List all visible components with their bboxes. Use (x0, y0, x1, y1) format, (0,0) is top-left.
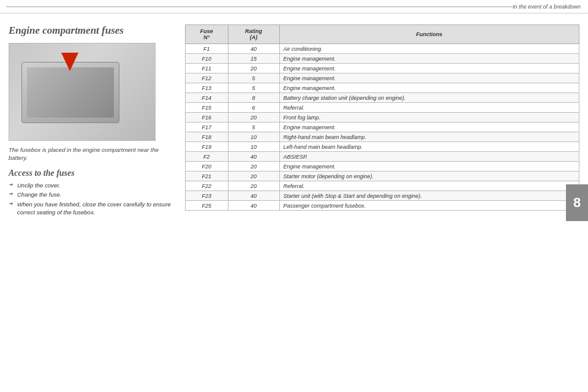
fuse-number-cell: F18 (186, 132, 228, 142)
fuse-number-cell: F14 (186, 93, 228, 103)
bullet-item: Unclip the cover. (9, 182, 174, 190)
function-cell: Air conditioning. (279, 44, 579, 54)
function-cell: Engine management. (279, 54, 579, 64)
top-bar-line (6, 6, 513, 7)
function-cell: ABSIESP. (279, 152, 579, 162)
rating-cell: 40 (228, 191, 279, 201)
fuse-table: FuseN° Rating(A) Functions F140Air condi… (185, 24, 579, 211)
rating-cell: 10 (228, 132, 279, 142)
bullet-item: Change the fuse. (9, 191, 174, 199)
table-row: F1015Engine management. (186, 54, 579, 64)
table-row: F2340Starter unit (with Stop & Start and… (186, 191, 579, 201)
fuse-table-container: FuseN° Rating(A) Functions F140Air condi… (185, 24, 579, 386)
main-content: Engine compartment fuses The fusebox is … (0, 13, 588, 392)
fuse-number-cell: F10 (186, 54, 228, 64)
table-row: F148Battery charge station unit (dependi… (186, 93, 579, 103)
function-cell: Engine management. (279, 83, 579, 93)
function-cell: Engine management. (279, 123, 579, 132)
fuse-image (9, 43, 156, 141)
table-row: F125Engine management. (186, 74, 579, 83)
left-column: Engine compartment fuses The fusebox is … (9, 24, 174, 386)
col-functions: Functions (279, 25, 579, 44)
rating-cell: 6 (228, 103, 279, 113)
table-row: F140Air conditioning. (186, 44, 579, 54)
fuse-number-cell: F21 (186, 172, 228, 181)
table-row: F1810Right-hand main beam headlamp. (186, 132, 579, 142)
rating-cell: 40 (228, 44, 279, 54)
rating-cell: 40 (228, 152, 279, 162)
function-cell: Referral. (279, 181, 579, 191)
function-cell: Right-hand main beam headlamp. (279, 132, 579, 142)
fuse-number-cell: F16 (186, 113, 228, 123)
table-header-row: FuseN° Rating(A) Functions (186, 25, 579, 44)
fuse-cover (21, 62, 119, 123)
fuse-number-cell: F17 (186, 123, 228, 132)
fuse-number-cell: F11 (186, 64, 228, 74)
rating-cell: 20 (228, 181, 279, 191)
col-rating: Rating(A) (228, 25, 279, 44)
rating-cell: 8 (228, 93, 279, 103)
table-row: F2020Engine management. (186, 162, 579, 172)
fuse-number-cell: F2 (186, 152, 228, 162)
fuse-number-cell: F15 (186, 103, 228, 113)
rating-cell: 20 (228, 113, 279, 123)
table-row: F2220Referral. (186, 181, 579, 191)
rating-cell: 15 (228, 54, 279, 64)
image-caption: The fusebox is placed in the engine comp… (9, 146, 174, 162)
access-title: Access to the fuses (9, 168, 174, 178)
table-row: F2120Starter motor (depending on engine)… (186, 172, 579, 181)
rating-cell: 20 (228, 172, 279, 181)
rating-cell: 40 (228, 201, 279, 211)
table-row: F1620Front fog lamp. (186, 113, 579, 123)
function-cell: Starter unit (with Stop & Start and depe… (279, 191, 579, 201)
bullet-item: When you have finished, close the cover … (9, 201, 174, 217)
col-fuse-number: FuseN° (186, 25, 228, 44)
function-cell: Passenger compartment fusebox. (279, 201, 579, 211)
fuse-number-cell: F1 (186, 44, 228, 54)
rating-cell: 5 (228, 83, 279, 93)
table-row: F2540Passenger compartment fusebox. (186, 201, 579, 211)
top-bar-title: In the event of a breakdown (513, 4, 588, 10)
function-cell: Starter motor (depending on engine). (279, 172, 579, 181)
fuse-number-cell: F22 (186, 181, 228, 191)
bullet-list: Unclip the cover.Change the fuse.When yo… (9, 182, 174, 217)
fuse-number-cell: F23 (186, 191, 228, 201)
function-cell: Battery charge station unit (depending o… (279, 93, 579, 103)
function-cell: Engine management. (279, 74, 579, 83)
rating-cell: 20 (228, 162, 279, 172)
fuse-number-cell: F13 (186, 83, 228, 93)
red-arrow-icon (61, 53, 78, 71)
function-cell: Left-hand main beam headlamp. (279, 142, 579, 152)
top-bar: In the event of a breakdown (0, 0, 588, 13)
fuse-number-cell: F25 (186, 201, 228, 211)
table-row: F1910Left-hand main beam headlamp. (186, 142, 579, 152)
rating-cell: 5 (228, 74, 279, 83)
fuse-cover-inner (27, 67, 114, 118)
table-row: F1120Engine management. (186, 64, 579, 74)
table-row: F175Engine management. (186, 123, 579, 132)
table-row: F240ABSIESP. (186, 152, 579, 162)
fuse-number-cell: F19 (186, 142, 228, 152)
function-cell: Engine management. (279, 64, 579, 74)
table-row: F135Engine management. (186, 83, 579, 93)
fuse-number-cell: F20 (186, 162, 228, 172)
section-title: Engine compartment fuses (9, 24, 174, 37)
fuse-number-cell: F12 (186, 74, 228, 83)
function-cell: Referral. (279, 103, 579, 113)
function-cell: Front fog lamp. (279, 113, 579, 123)
rating-cell: 10 (228, 142, 279, 152)
rating-cell: 5 (228, 123, 279, 132)
table-row: F156Referral. (186, 103, 579, 113)
chapter-badge: 8 (566, 184, 588, 221)
rating-cell: 20 (228, 64, 279, 74)
function-cell: Engine management. (279, 162, 579, 172)
